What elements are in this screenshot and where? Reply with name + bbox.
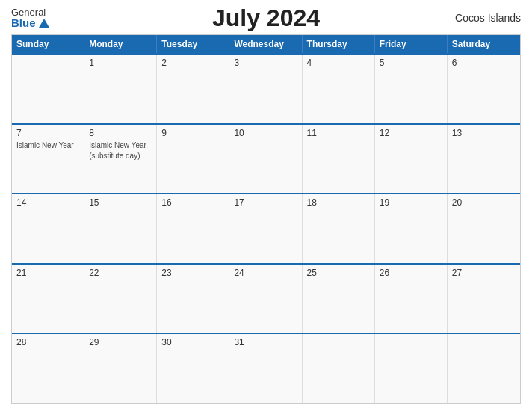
calendar-page: General Blue July 2024 Cocos Islands Sun… bbox=[0, 0, 532, 411]
cal-cell: 25 bbox=[303, 265, 375, 333]
day-number: 26 bbox=[380, 268, 442, 278]
day-number: 11 bbox=[307, 128, 370, 138]
week-row-1: 123456 bbox=[12, 53, 520, 123]
day-number: 30 bbox=[161, 337, 224, 347]
day-number: 27 bbox=[452, 268, 516, 278]
cal-cell: 11 bbox=[303, 125, 375, 194]
cal-cell: 2 bbox=[157, 55, 229, 123]
calendar: SundayMondayTuesdayWednesdayThursdayFrid… bbox=[11, 34, 521, 404]
cal-cell: 29 bbox=[84, 334, 157, 403]
day-header-friday: Friday bbox=[375, 35, 448, 53]
cal-cell: 13 bbox=[448, 125, 520, 194]
day-number: 7 bbox=[16, 128, 79, 138]
day-number: 31 bbox=[234, 337, 297, 347]
cal-cell: 15 bbox=[84, 194, 157, 263]
cal-cell: 23 bbox=[157, 265, 229, 333]
cal-cell: 5 bbox=[375, 55, 448, 123]
cal-cell: 31 bbox=[229, 334, 302, 403]
day-number: 29 bbox=[89, 337, 152, 347]
event-label: Islamic New Year bbox=[16, 141, 74, 149]
day-number: 21 bbox=[16, 268, 79, 278]
day-number: 24 bbox=[234, 268, 297, 278]
cal-cell: 22 bbox=[84, 265, 157, 333]
week-row-4: 21222324252627 bbox=[12, 263, 520, 333]
day-number: 17 bbox=[234, 197, 297, 208]
cal-cell: 4 bbox=[303, 55, 375, 123]
day-number: 10 bbox=[234, 128, 297, 138]
cal-cell bbox=[303, 334, 375, 403]
cal-cell bbox=[375, 334, 448, 403]
logo-triangle-icon bbox=[39, 19, 49, 28]
day-number: 15 bbox=[89, 197, 152, 208]
cal-cell: 28 bbox=[12, 334, 84, 403]
cal-cell: 8Islamic New Year (substitute day) bbox=[84, 125, 157, 194]
cal-cell: 26 bbox=[375, 265, 448, 333]
cal-cell: 3 bbox=[229, 55, 302, 123]
logo-blue-text: Blue bbox=[11, 17, 49, 28]
day-number: 9 bbox=[161, 128, 224, 138]
day-number: 16 bbox=[161, 197, 224, 208]
day-number: 1 bbox=[89, 58, 152, 68]
day-number: 28 bbox=[16, 337, 79, 347]
day-number: 25 bbox=[307, 268, 370, 278]
day-header-monday: Monday bbox=[84, 35, 157, 53]
cal-cell: 6 bbox=[448, 55, 520, 123]
cal-cell: 27 bbox=[448, 265, 520, 333]
day-header-tuesday: Tuesday bbox=[157, 35, 229, 53]
event-label: Islamic New Year (substitute day) bbox=[89, 141, 146, 160]
cal-cell: 16 bbox=[157, 194, 229, 263]
cal-cell: 20 bbox=[448, 194, 520, 263]
logo: General Blue bbox=[11, 7, 49, 28]
day-number: 4 bbox=[307, 58, 370, 68]
day-header-wednesday: Wednesday bbox=[229, 35, 302, 53]
day-number: 13 bbox=[452, 128, 516, 138]
day-number: 12 bbox=[380, 128, 442, 138]
day-number: 22 bbox=[89, 268, 152, 278]
day-number: 6 bbox=[452, 58, 516, 68]
day-number: 8 bbox=[89, 128, 152, 138]
day-number: 5 bbox=[380, 58, 442, 68]
day-number: 14 bbox=[16, 197, 79, 208]
cal-cell: 17 bbox=[229, 194, 302, 263]
day-number: 19 bbox=[380, 197, 442, 208]
day-header-thursday: Thursday bbox=[303, 35, 375, 53]
cal-cell bbox=[12, 55, 84, 123]
cal-cell: 7Islamic New Year bbox=[12, 125, 84, 194]
day-header-sunday: Sunday bbox=[12, 35, 84, 53]
header: General Blue July 2024 Cocos Islands bbox=[11, 7, 521, 28]
cal-cell: 24 bbox=[229, 265, 302, 333]
cal-cell: 30 bbox=[157, 334, 229, 403]
cal-cell: 14 bbox=[12, 194, 84, 263]
country-label: Cocos Islands bbox=[455, 12, 521, 24]
cal-cell: 19 bbox=[375, 194, 448, 263]
cal-cell: 21 bbox=[12, 265, 84, 333]
calendar-body: 1234567Islamic New Year8Islamic New Year… bbox=[12, 53, 520, 403]
day-header-saturday: Saturday bbox=[448, 35, 520, 53]
month-title: July 2024 bbox=[212, 4, 320, 32]
cal-cell: 18 bbox=[303, 194, 375, 263]
day-number: 18 bbox=[307, 197, 370, 208]
week-row-3: 14151617181920 bbox=[12, 193, 520, 263]
cal-cell: 9 bbox=[157, 125, 229, 194]
day-number: 20 bbox=[452, 197, 516, 208]
week-row-5: 28293031 bbox=[12, 333, 520, 403]
week-row-2: 7Islamic New Year8Islamic New Year (subs… bbox=[12, 123, 520, 194]
day-number: 23 bbox=[161, 268, 224, 278]
day-number: 2 bbox=[161, 58, 224, 68]
cal-cell bbox=[448, 334, 520, 403]
cal-cell: 12 bbox=[375, 125, 448, 194]
cal-cell: 10 bbox=[229, 125, 302, 194]
day-number: 3 bbox=[234, 58, 297, 68]
cal-cell: 1 bbox=[84, 55, 157, 123]
calendar-header: SundayMondayTuesdayWednesdayThursdayFrid… bbox=[12, 35, 520, 53]
